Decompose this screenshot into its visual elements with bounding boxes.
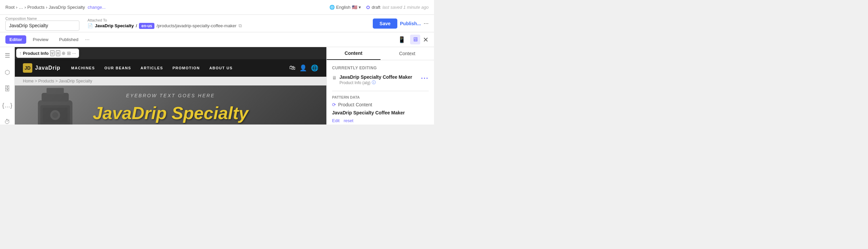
attached-label: Attached To (88, 18, 242, 22)
panel-tabs: Content Context (327, 47, 434, 60)
pattern-value: JavaDrip Specialty Coffee Maker (332, 110, 429, 116)
site-nav: JD JavaDrip MACHINES OUR BEANS ARTICLES … (15, 59, 326, 77)
svg-rect-9 (46, 88, 64, 94)
divider (332, 91, 429, 91)
logo-name: JavaDrip (35, 65, 61, 71)
logo-badge: JD (23, 63, 32, 73)
currently-editing-label: Currently Editing (332, 66, 429, 70)
composition-label: Composition Name (5, 17, 80, 21)
editing-info: JavaDrip Specialty Coffee Maker Product … (339, 74, 418, 86)
user-icon[interactable]: 👤 (300, 64, 307, 72)
more-options-button[interactable]: ··· (424, 20, 429, 27)
hero-title: JavaDrip Specialty Coffee Maker (93, 104, 248, 125)
svg-rect-8 (42, 93, 69, 102)
component-toolbar: ↑ Product Info ∨ ∧ ⊕ ⊞ ··· (16, 49, 79, 58)
attached-doc-name: JavaDrip Specialty (95, 23, 134, 28)
site-nav-icons: 🛍 👤 🌐 (289, 64, 318, 72)
draft-dot (366, 6, 370, 9)
panel-content: Currently Editing 🖥 JavaDrip Specialty C… (327, 60, 434, 125)
breadcrumb-root: Root (5, 5, 14, 10)
info-icon[interactable]: ⓘ (372, 80, 376, 86)
tab-preview[interactable]: Preview (29, 35, 53, 44)
top-bar-right: 🌐 English 🇺🇸 ▾ draft last saved 1 minute… (329, 5, 429, 10)
tab-published[interactable]: Published (55, 35, 83, 44)
editor-more-dots[interactable]: ··· (85, 37, 90, 43)
component-toolbar-icons: ⊕ ⊞ ··· (62, 51, 76, 56)
site-breadcrumb-text: Home > Products > JavaDrip Specialty (23, 79, 92, 84)
svg-point-4 (52, 112, 58, 118)
component-chevron-up[interactable]: ∧ (56, 50, 60, 56)
draft-status: draft last saved 1 minute ago (366, 5, 429, 10)
sidebar-layers-icon[interactable]: ⬡ (3, 67, 12, 78)
desktop-view-button[interactable]: 🖥 (410, 35, 420, 44)
canvas-area: ↑ Product Info ∨ ∧ ⊕ ⊞ ··· JD JavaDrip (15, 47, 326, 125)
site-logo: JD JavaDrip (23, 63, 61, 73)
sidebar-data-icon[interactable]: 🗄 (2, 84, 12, 95)
breadcrumb: Root › … › Products › JavaDrip Specialty… (5, 5, 106, 10)
breadcrumb-products: Products (27, 5, 44, 10)
locale-badge[interactable]: en-us (139, 23, 154, 29)
hero-section: EYEBROW TEXT GOES HERE JavaDrip Specialt… (15, 86, 326, 125)
publish-button[interactable]: Publish... (400, 21, 421, 26)
globe-icon[interactable]: 🌐 (311, 64, 318, 72)
hero-eyebrow: EYEBROW TEXT GOES HERE (126, 93, 215, 98)
breadcrumb-page: JavaDrip Specialty (49, 5, 85, 10)
component-more-icon[interactable]: ··· (72, 51, 76, 56)
editor-toolbar: Editor Preview Published ··· 📱 🖥 ✕ (0, 32, 434, 47)
pattern-actions: Edit reset (332, 118, 429, 123)
right-panel: Content Context Currently Editing 🖥 Java… (326, 47, 434, 125)
component-back-button[interactable]: ↑ (19, 51, 22, 56)
path-text: /products/javadrip-specialty-coffee-make… (156, 23, 236, 28)
saved-time: last saved 1 minute ago (382, 5, 429, 10)
composition-actions: Save Publish... ··· (373, 19, 429, 29)
top-bar: Root › … › Products › JavaDrip Specialty… (0, 0, 434, 15)
copy-icon[interactable]: ⧉ (239, 23, 242, 29)
sidebar-menu-icon[interactable]: ☰ (3, 50, 12, 61)
machine-silhouette (18, 86, 92, 125)
component-target-icon[interactable]: ⊕ (62, 51, 66, 56)
sidebar-history-icon[interactable]: ⏱ (2, 117, 12, 125)
edit-link[interactable]: Edit (332, 118, 339, 123)
close-editor-button[interactable]: ✕ (423, 36, 429, 44)
editing-monitor-icon: 🖥 (332, 75, 337, 81)
save-button[interactable]: Save (373, 19, 397, 29)
site-breadcrumb: Home > Products > JavaDrip Specialty (15, 77, 326, 86)
mobile-view-button[interactable]: 📱 (396, 35, 407, 45)
editing-item-type: Product Info (alg) ⓘ (339, 80, 418, 86)
attached-value: 📄 JavaDrip Specialty / en-us /products/j… (88, 23, 242, 29)
component-name-label: Product Info (23, 51, 49, 56)
preview-inner: JD JavaDrip MACHINES OUR BEANS ARTICLES … (15, 59, 326, 125)
pattern-source-name: Product Content (338, 102, 372, 107)
editing-more-button[interactable]: ··· (421, 74, 429, 82)
nav-promotion[interactable]: PROMOTION (173, 66, 200, 70)
preview-canvas: JD JavaDrip MACHINES OUR BEANS ARTICLES … (15, 47, 326, 125)
draft-label: draft (372, 5, 380, 10)
cart-icon[interactable]: 🛍 (289, 64, 296, 72)
pattern-data-label: Pattern Data (332, 95, 429, 99)
tab-context[interactable]: Context (380, 47, 434, 60)
tab-editor[interactable]: Editor (5, 35, 26, 44)
doc-icon: 📄 (88, 23, 93, 28)
component-chevron-down[interactable]: ∨ (50, 50, 55, 56)
language-selector[interactable]: 🌐 English 🇺🇸 ▾ (329, 5, 361, 10)
nav-machines[interactable]: MACHINES (71, 66, 95, 70)
left-sidebar: ☰ ⬡ 🗄 {…} ⏱ 🌐 (0, 47, 15, 125)
breadcrumb-change-link[interactable]: change... (88, 5, 106, 10)
pattern-item: ⟳ Product Content (332, 102, 429, 107)
pattern-section: Pattern Data ⟳ Product Content JavaDrip … (332, 95, 429, 123)
attached-to-group: Attached To 📄 JavaDrip Specialty / en-us… (88, 18, 242, 29)
sidebar-code-icon[interactable]: {…} (0, 100, 14, 111)
nav-our-beans[interactable]: OUR BEANS (104, 66, 131, 70)
composition-name-input[interactable] (5, 21, 80, 31)
main-layout: ☰ ⬡ 🗄 {…} ⏱ 🌐 ↑ Product Info ∨ ∧ ⊕ ⊞ ··· (0, 47, 434, 125)
component-grid-icon[interactable]: ⊞ (67, 51, 71, 56)
nav-articles[interactable]: ARTICLES (141, 66, 163, 70)
tab-content[interactable]: Content (327, 47, 380, 60)
composition-row: Composition Name Attached To 📄 JavaDrip … (0, 15, 434, 32)
composition-name-group: Composition Name (5, 17, 80, 31)
reset-link[interactable]: reset (343, 118, 353, 123)
editing-item: 🖥 JavaDrip Specialty Coffee Maker Produc… (332, 74, 429, 86)
nav-about-us[interactable]: ABOUT US (209, 66, 232, 70)
editing-item-name: JavaDrip Specialty Coffee Maker (339, 74, 418, 80)
site-nav-links: MACHINES OUR BEANS ARTICLES PROMOTION AB… (71, 66, 233, 70)
